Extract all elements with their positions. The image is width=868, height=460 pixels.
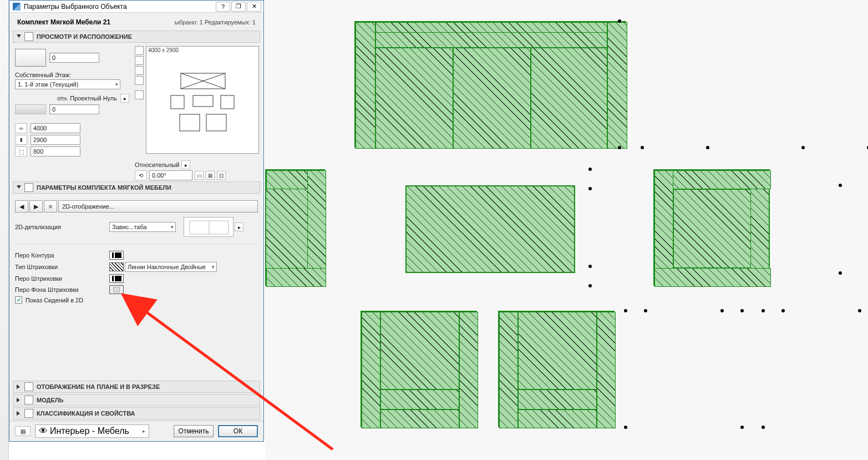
selection-status: ыбрано: 1 Редактируемых: 1	[175, 19, 256, 26]
preview-mode-info-icon[interactable]	[135, 90, 144, 99]
param-page-name[interactable]: 2D-отображение...	[58, 200, 258, 213]
ok-button[interactable]: ОК	[218, 425, 258, 437]
armchair-left[interactable]	[265, 169, 325, 286]
hatch-type-swatch-icon	[109, 262, 124, 271]
cancel-button-label: Отменить	[179, 427, 209, 435]
armchair-right[interactable]	[653, 169, 770, 286]
detail-label: 2D-детализация	[15, 224, 109, 230]
section-params-title: ПАРАМЕТРЫ КОМПЛЕКТА МЯГКОЙ МЕБЕЛИ	[37, 184, 171, 191]
flyout-icon[interactable]: ▸	[120, 94, 129, 103]
detail-combo[interactable]: Завис...таба	[109, 222, 176, 232]
object-name: Комплект Мягкой Мебели 21	[17, 18, 110, 26]
section-plan-header[interactable]: ОТОБРАЖЕНИЕ НА ПЛАНЕ И В РАЗРЕЗЕ	[13, 381, 260, 393]
dialog-titlebar[interactable]: Параметры Выбранного Объекта ? ❐ ✕	[9, 1, 263, 13]
dim-h-input[interactable]: 800	[31, 146, 80, 156]
home-story-label: Собственный Этаж:	[15, 72, 136, 78]
show-seat-2d-label: Показ Сидений в 2D	[26, 297, 83, 304]
dim-a-icon: ⬄	[15, 123, 27, 133]
angle-input[interactable]: 0.00°	[149, 170, 192, 180]
svg-rect-4	[180, 114, 200, 131]
detail-flyout-icon[interactable]: ▸	[235, 223, 243, 231]
plan-section-icon	[24, 382, 33, 391]
chevron-right-icon	[17, 385, 21, 389]
pen-contour-picker[interactable]	[109, 251, 124, 260]
pen-hatch-label: Перо Штриховки	[15, 275, 109, 282]
chair-bottom-2[interactable]	[498, 311, 615, 427]
classification-section-icon	[24, 409, 33, 418]
preview-section-icon	[24, 32, 33, 41]
eye-icon: 👁	[39, 426, 48, 436]
mirror-x-icon[interactable]: ▭	[195, 171, 204, 180]
object-settings-dialog: Параметры Выбранного Объекта ? ❐ ✕ Компл…	[9, 0, 264, 442]
hatch-type-combo[interactable]: Линии Наклонные Двойные	[125, 262, 217, 272]
preview-mode-front-icon[interactable]	[135, 56, 144, 65]
project-zero-input[interactable]: 0	[49, 104, 99, 114]
dim-b-icon: ⬍	[15, 135, 27, 145]
section-classification-header[interactable]: КЛАССИФИКАЦИЯ И СВОЙСТВА	[13, 407, 260, 419]
angle-icon: ⟲	[135, 170, 147, 180]
params-section-icon	[24, 183, 33, 192]
elevation-input[interactable]: 0	[49, 53, 99, 63]
window-restore-button[interactable]: ❐	[231, 2, 246, 12]
preview-mode-list-icon[interactable]	[135, 76, 144, 85]
object-preview[interactable]: 4000 x 2900	[146, 46, 259, 154]
detail-thumbnail[interactable]	[184, 217, 234, 237]
pen-hatch-picker[interactable]	[109, 274, 124, 283]
home-story-combo[interactable]: 1. 1-й этаж (Текущий)	[15, 79, 120, 89]
svg-rect-3	[221, 95, 234, 109]
section-preview-header[interactable]: ПРОСМОТР И РАСПОЛОЖЕНИЕ	[13, 31, 260, 43]
chevron-right-icon	[17, 411, 21, 416]
detail-value: Завис...таба	[112, 224, 147, 230]
table-center[interactable]	[405, 185, 575, 273]
relative-label: Относительный	[135, 161, 179, 168]
cancel-button[interactable]: Отменить	[174, 425, 214, 437]
svg-rect-5	[206, 114, 226, 131]
sofa-top[interactable]	[354, 21, 626, 148]
window-help-button[interactable]: ?	[216, 2, 230, 12]
window-close-button[interactable]: ✕	[247, 2, 261, 12]
anchor-preview-button[interactable]	[15, 49, 46, 67]
param-page-prev-button[interactable]: ◀	[15, 200, 28, 213]
section-classification-title: КЛАССИФИКАЦИЯ И СВОЙСТВА	[37, 410, 135, 417]
section-preview-title: ПРОСМОТР И РАСПОЛОЖЕНИЕ	[37, 33, 132, 40]
dim-b-input[interactable]: 2900	[31, 135, 80, 145]
model-section-icon	[24, 396, 33, 405]
pen-hatch-bg-picker[interactable]	[109, 285, 124, 294]
param-page-name-label: 2D-отображение...	[62, 203, 114, 210]
preview-mode-3d-icon[interactable]	[135, 66, 144, 75]
hatch-type-value: Линии Наклонные Двойные	[128, 264, 206, 270]
show-seat-2d-checkbox[interactable]: ✔	[15, 296, 22, 304]
ok-button-label: ОК	[234, 427, 242, 435]
chevron-down-icon: ▸	[143, 428, 145, 434]
layer-name: Интерьер - Мебель	[50, 426, 129, 436]
relative-flyout-icon[interactable]: ▸	[181, 160, 190, 169]
layer-combo[interactable]: 👁 Интерьер - Мебель ▸	[35, 424, 149, 438]
app-logo-icon	[13, 3, 21, 11]
dim-a-input[interactable]: 4000	[31, 123, 80, 133]
chevron-right-icon	[17, 398, 21, 402]
chair-bottom-1[interactable]	[361, 311, 477, 427]
dim-h-icon: ⬚	[15, 146, 27, 156]
hatch-type-label: Тип Штриховки	[15, 264, 109, 270]
pen-hatch-bg-label: Перо Фона Штриховки	[15, 286, 109, 293]
section-params-header[interactable]: ПАРАМЕТРЫ КОМПЛЕКТА МЯГКОЙ МЕБЕЛИ	[13, 181, 260, 194]
param-page-next-button[interactable]: ▶	[29, 200, 43, 213]
pen-contour-label: Перо Контура	[15, 252, 109, 259]
mirror-y-icon[interactable]: ⊠	[206, 171, 215, 180]
app-left-edge	[0, 0, 9, 460]
preview-dimensions: 4000 x 2900	[148, 47, 179, 53]
dialog-title: Параметры Выбранного Объекта	[24, 3, 127, 11]
mirror-z-icon[interactable]: ⊡	[217, 171, 226, 180]
project-zero-label: отн. Проектный Нуль	[57, 95, 117, 102]
chevron-down-icon	[17, 34, 21, 39]
svg-rect-2	[193, 95, 213, 107]
section-model-header[interactable]: МОДЕЛЬ	[13, 394, 260, 406]
home-story-value: 1. 1-й этаж (Текущий)	[18, 81, 78, 88]
svg-rect-1	[171, 95, 184, 109]
section-model-title: МОДЕЛЬ	[37, 397, 63, 403]
chevron-down-icon	[17, 185, 21, 190]
preview-mode-2d-icon[interactable]	[135, 46, 144, 55]
section-plan-title: ОТОБРАЖЕНИЕ НА ПЛАНЕ И В РАЗРЕЗЕ	[37, 383, 160, 390]
param-page-list-button[interactable]: ≡	[44, 200, 57, 213]
floor-plan-canvas[interactable]	[265, 0, 868, 460]
